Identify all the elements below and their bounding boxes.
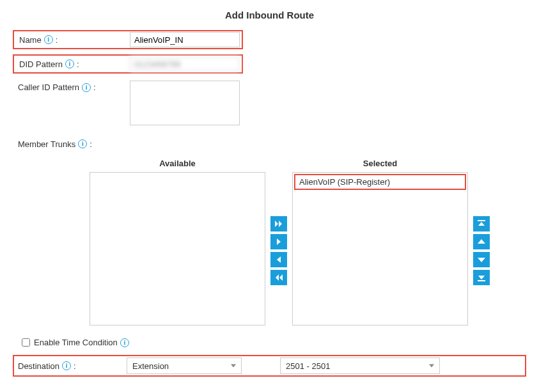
move-down-button[interactable] (473, 252, 490, 267)
selected-column: Selected AlienVoIP (SIP-Register) (292, 159, 468, 325)
move-bottom-button[interactable] (473, 270, 490, 285)
label-name: Name i : (13, 30, 128, 49)
svg-rect-1 (478, 280, 485, 281)
label-destination: Destination i : (14, 361, 127, 371)
label-colon: : (77, 59, 79, 69)
enable-time-condition-checkbox[interactable] (22, 338, 30, 347)
label-caller-id-pattern-text: Caller ID Pattern (18, 82, 79, 92)
destination-type-value: Extension (132, 361, 169, 371)
svg-rect-0 (478, 220, 485, 221)
did-pattern-input[interactable] (130, 56, 240, 72)
chevron-right-icon (274, 237, 284, 247)
label-name-text: Name (19, 35, 42, 45)
dual-list-container: Available Selected AlienVoIP (SIP-Regist… (90, 159, 526, 327)
row-enable-time-condition: Enable Time Condition i (19, 336, 526, 349)
label-caller-id-pattern: Caller ID Pattern i : (13, 79, 128, 96)
info-icon[interactable]: i (78, 139, 87, 148)
label-colon: : (56, 35, 58, 45)
value-caller-id-pattern (128, 79, 242, 129)
label-colon: : (74, 361, 76, 371)
destination-type-select[interactable]: Extension (127, 357, 242, 374)
label-member-trunks: Member Trunks i : (13, 134, 128, 153)
enable-time-condition-label: Enable Time Condition (34, 338, 118, 347)
list-item[interactable]: AlienVoIP (SIP-Register) (294, 174, 466, 190)
caller-id-pattern-input[interactable] (130, 81, 240, 125)
chevron-down-icon (476, 255, 487, 265)
available-header: Available (159, 159, 196, 168)
info-icon[interactable]: i (120, 338, 129, 347)
chevron-down-icon (231, 365, 236, 368)
value-name (128, 30, 243, 49)
row-caller-id-pattern: Caller ID Pattern i : (13, 79, 526, 129)
destination-value-value: 2501 - 2501 (286, 361, 330, 371)
label-member-trunks-text: Member Trunks (18, 139, 75, 149)
info-icon[interactable]: i (62, 361, 71, 370)
label-colon: : (93, 82, 96, 92)
move-right-button[interactable] (270, 234, 287, 249)
info-icon[interactable]: i (82, 83, 91, 92)
chevron-down-icon (429, 365, 434, 368)
info-icon[interactable]: i (44, 35, 53, 44)
info-icon[interactable]: i (65, 59, 74, 68)
row-member-trunks-label: Member Trunks i : (13, 134, 526, 153)
move-top-button[interactable] (473, 216, 490, 231)
move-all-left-button[interactable] (270, 270, 287, 285)
value-did-pattern (128, 54, 243, 74)
dual-list-wrapper: Available Selected AlienVoIP (SIP-Regist… (90, 159, 526, 327)
chevrons-right-icon (274, 219, 284, 229)
available-list[interactable] (90, 172, 265, 325)
order-buttons (473, 174, 490, 327)
transfer-buttons (270, 174, 287, 327)
selected-list[interactable]: AlienVoIP (SIP-Register) (292, 172, 468, 325)
available-column: Available (90, 159, 265, 325)
label-did-pattern-text: DID Pattern (19, 59, 63, 69)
page-title: Add Inbound Route (13, 10, 526, 20)
selected-header: Selected (363, 159, 397, 168)
move-up-button[interactable] (473, 234, 490, 249)
row-name: Name i : (13, 30, 526, 49)
move-left-button[interactable] (270, 252, 287, 267)
move-all-right-button[interactable] (270, 216, 287, 231)
name-input[interactable] (130, 32, 240, 47)
chevrons-left-icon (274, 272, 284, 283)
label-colon: : (90, 139, 92, 149)
row-destination: Destination i : Extension 2501 - 2501 (13, 355, 526, 377)
chevron-left-icon (274, 255, 284, 265)
label-destination-text: Destination (18, 361, 59, 371)
bar-chevron-down-icon (476, 272, 487, 283)
bar-chevron-up-icon (476, 219, 487, 229)
label-did-pattern: DID Pattern i : (13, 54, 128, 74)
destination-value-select[interactable]: 2501 - 2501 (280, 357, 440, 374)
chevron-up-icon (476, 237, 487, 247)
row-did-pattern: DID Pattern i : (13, 54, 526, 74)
